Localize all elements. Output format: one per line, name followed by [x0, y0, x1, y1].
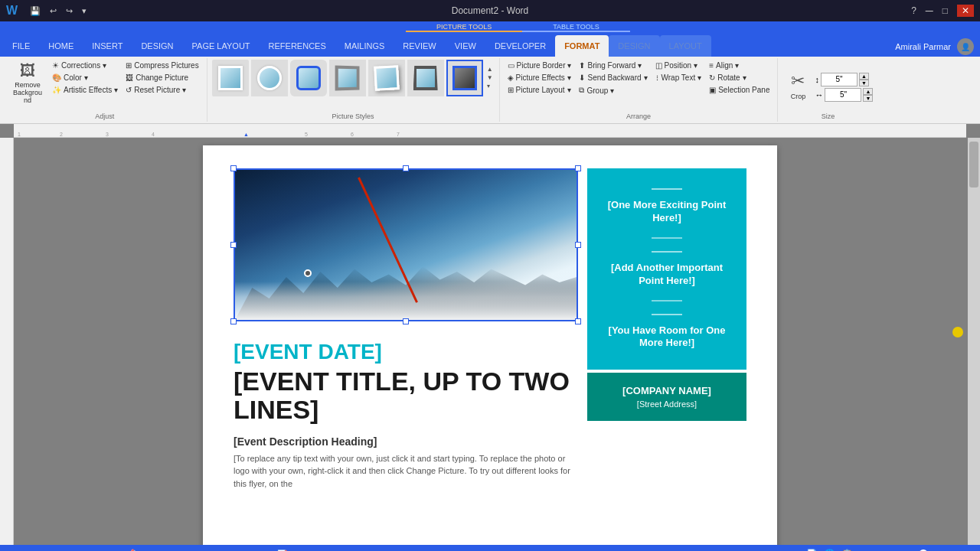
redo-qa-btn[interactable]: ↪: [63, 5, 76, 17]
pic-style-scroll[interactable]: ▲ ▼ ▾: [485, 66, 495, 90]
height-up[interactable]: ▲: [859, 73, 869, 80]
width-icon: ↔: [815, 90, 823, 99]
maximize-btn[interactable]: □: [942, 5, 948, 16]
doc-image-container[interactable]: [234, 168, 578, 321]
layout-arrow: ▾: [567, 86, 571, 94]
group-btn[interactable]: ⧉Group▾: [576, 84, 650, 96]
bring-forward-btn[interactable]: ⬆Bring Forward▾: [576, 60, 650, 71]
quick-access-toolbar: 💾 ↩ ↪ ▾: [27, 5, 90, 17]
sel-handle-br[interactable]: [575, 318, 581, 324]
zoom-plus[interactable]: +: [940, 548, 946, 551]
selection-pane-btn[interactable]: ▣Selection Pane: [706, 84, 773, 96]
scrollbar-thumb[interactable]: [969, 142, 978, 187]
height-down[interactable]: ▼: [859, 80, 869, 86]
align-btn[interactable]: ≡Align▾: [706, 60, 773, 71]
pic-style-down[interactable]: ▼: [485, 74, 495, 82]
size-inputs: ↕ ▲ ▼ ↔ ▲ ▼: [815, 73, 873, 102]
corrections-btn[interactable]: ☀Corrections▾: [49, 60, 121, 71]
width-up[interactable]: ▲: [863, 88, 873, 95]
adjust-group-content: 🖼 Remove Background ☀Corrections▾ 🎨Color…: [8, 60, 202, 111]
picture-border-btn[interactable]: ▭Picture Border▾: [505, 60, 575, 71]
event-desc-heading[interactable]: [Event Description Heading]: [234, 435, 578, 448]
change-picture-btn[interactable]: 🖼Change Picture: [122, 72, 201, 83]
word-icon: W: [6, 4, 18, 18]
crop-icon: ✂: [791, 71, 805, 91]
customize-qa-btn[interactable]: ▾: [79, 5, 90, 17]
tab-design-table[interactable]: DESIGN: [609, 35, 659, 57]
color-btn[interactable]: 🎨Color▾: [49, 72, 121, 83]
pic-style-3[interactable]: [290, 60, 327, 96]
tab-design[interactable]: DESIGN: [132, 35, 182, 57]
title-bar: W 💾 ↩ ↪ ▾ Document2 - Word ? ─ □ ✕: [0, 0, 980, 21]
crop-btn[interactable]: ✂ Crop: [782, 69, 813, 103]
reset-arrow: ▾: [182, 86, 186, 94]
company-section[interactable]: [COMPANY NAME] [Street Address]: [587, 373, 746, 421]
selection-icon: ▣: [709, 86, 716, 94]
arrange-col3: ◫Position▾ ⫶Wrap Text▾: [652, 60, 705, 83]
sel-handle-tr[interactable]: [575, 165, 581, 171]
pic-style-4[interactable]: [329, 60, 366, 96]
side-panel-item-1[interactable]: [One More Exciting Point Here!]: [587, 176, 746, 237]
picture-effects-btn[interactable]: ◈Picture Effects▾: [505, 72, 575, 83]
event-title[interactable]: [EVENT TITLE, UP TO TWO LINES]: [234, 367, 578, 425]
sel-handle-ml[interactable]: [230, 242, 237, 248]
height-input[interactable]: [821, 73, 858, 86]
save-qa-btn[interactable]: 💾: [27, 5, 44, 17]
tab-review[interactable]: REVIEW: [394, 35, 445, 57]
document-page: [EVENT DATE] [EVENT TITLE, UP TO TWO LIN…: [203, 145, 777, 545]
tab-page-layout[interactable]: PAGE LAYOUT: [183, 35, 260, 57]
pic-style-up[interactable]: ▲: [485, 66, 495, 73]
sel-handle-bm[interactable]: [403, 318, 409, 324]
pic-style-more[interactable]: ▾: [485, 83, 495, 90]
wrap-text-btn[interactable]: ⫶Wrap Text▾: [652, 72, 705, 83]
tab-mailings[interactable]: MAILINGS: [335, 35, 394, 57]
help-btn[interactable]: ?: [911, 5, 916, 16]
tab-format[interactable]: FORMAT: [555, 35, 609, 57]
tab-file[interactable]: FILE: [3, 35, 39, 57]
side-panel-item-3[interactable]: [You Have Room for One More Here!]: [587, 302, 746, 363]
width-row: ↔ ▲ ▼: [815, 88, 873, 102]
event-date[interactable]: [EVENT DATE]: [234, 340, 578, 364]
sel-handle-tl[interactable]: [230, 165, 237, 171]
pic-style-active[interactable]: [446, 60, 483, 96]
user-name-label: Amirali Parmar: [895, 42, 951, 51]
tab-insert[interactable]: INSERT: [83, 35, 132, 57]
tab-home[interactable]: HOME: [39, 35, 83, 57]
pic-style-1[interactable]: [212, 60, 249, 96]
event-desc-body[interactable]: [To replace any tip text with your own, …: [234, 452, 578, 491]
width-input[interactable]: [825, 88, 861, 102]
artistic-icon: ✨: [52, 86, 61, 94]
tab-developer[interactable]: DEVELOPER: [485, 35, 555, 57]
doc-image[interactable]: [234, 168, 578, 321]
close-btn[interactable]: ✕: [957, 5, 974, 17]
tab-references[interactable]: REFERENCES: [260, 35, 335, 57]
width-down[interactable]: ▼: [863, 95, 873, 102]
height-spinner[interactable]: ▲ ▼: [859, 73, 869, 86]
doc-main-content: [EVENT DATE] [EVENT TITLE, UP TO TWO LIN…: [234, 168, 578, 497]
corrections-arrow: ▾: [103, 61, 106, 70]
rotate-btn[interactable]: ↻Rotate▾: [706, 72, 773, 83]
compress-pictures-btn[interactable]: ⊞Compress Pictures: [122, 60, 201, 71]
document-area: 1 2 3 4 ▲ 5 6 7: [0, 124, 980, 545]
sel-handle-tm[interactable]: [403, 165, 409, 171]
tab-layout[interactable]: LAYOUT: [660, 35, 711, 57]
minimize-btn[interactable]: ─: [926, 5, 933, 17]
position-btn[interactable]: ◫Position▾: [652, 60, 705, 71]
reset-picture-btn[interactable]: ↺Reset Picture▾: [122, 84, 201, 96]
pic-style-6[interactable]: [407, 60, 444, 96]
pic-style-5[interactable]: [368, 60, 405, 96]
picture-layout-btn[interactable]: ⊞Picture Layout▾: [505, 84, 575, 96]
send-backward-btn[interactable]: ⬇Send Backward▾: [576, 72, 650, 83]
width-spinner[interactable]: ▲ ▼: [863, 88, 873, 102]
sel-handle-mr[interactable]: [575, 242, 581, 248]
side-panel-item-2[interactable]: [Add Another Important Point Here!]: [587, 239, 746, 300]
scrollbar-vertical[interactable]: [968, 138, 980, 545]
pic-style-2[interactable]: [251, 60, 288, 96]
artistic-effects-btn[interactable]: ✨Artistic Effects▾: [49, 84, 121, 96]
company-name: [COMPANY NAME]: [603, 385, 731, 396]
remove-background-btn[interactable]: 🖼 Remove Background: [8, 60, 47, 106]
tab-view[interactable]: VIEW: [446, 35, 485, 57]
undo-qa-btn[interactable]: ↩: [47, 5, 60, 17]
zoom-minus[interactable]: ─: [859, 548, 867, 551]
sel-handle-bl[interactable]: [230, 318, 237, 324]
